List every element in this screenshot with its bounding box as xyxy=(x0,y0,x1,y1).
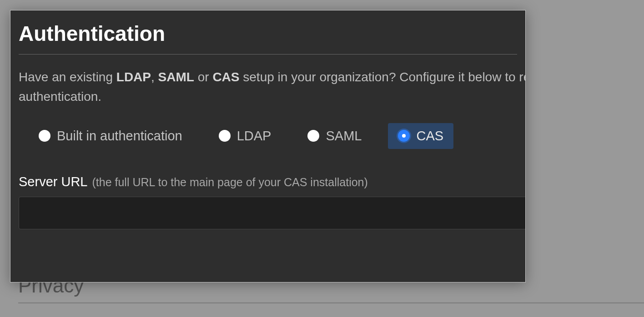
server-url-hint: (the full URL to the main page of your C… xyxy=(92,176,368,189)
radio-label-saml: SAML xyxy=(326,129,362,144)
radio-icon xyxy=(398,130,410,142)
radio-cas[interactable]: CAS xyxy=(388,123,453,149)
auth-method-radio-group: Built in authentication LDAP SAML CAS xyxy=(29,123,517,149)
server-url-label-row: Server URL (the full URL to the main pag… xyxy=(19,174,517,189)
desc-ldap: LDAP xyxy=(116,70,151,84)
radio-icon xyxy=(307,130,319,142)
server-url-input[interactable] xyxy=(19,197,526,229)
privacy-divider xyxy=(18,302,644,303)
radio-label-cas: CAS xyxy=(416,129,443,144)
desc-text: Have an existing xyxy=(19,70,116,84)
desc-text: or xyxy=(194,70,212,84)
radio-builtin[interactable]: Built in authentication xyxy=(29,123,192,149)
authentication-divider xyxy=(19,54,517,54)
radio-icon xyxy=(219,130,231,142)
radio-saml[interactable]: SAML xyxy=(297,123,372,149)
authentication-panel: Authentication Have an existing LDAP, SA… xyxy=(10,10,526,282)
radio-label-ldap: LDAP xyxy=(237,129,272,144)
desc-cas: CAS xyxy=(212,70,239,84)
desc-text: , xyxy=(151,70,158,84)
authentication-description: Have an existing LDAP, SAML or CAS setup… xyxy=(19,67,526,107)
radio-icon xyxy=(39,130,50,142)
server-url-label: Server URL xyxy=(19,174,88,189)
radio-ldap[interactable]: LDAP xyxy=(209,123,282,149)
authentication-title: Authentication xyxy=(19,21,517,46)
radio-label-builtin: Built in authentication xyxy=(57,129,182,144)
desc-saml: SAML xyxy=(158,70,194,84)
